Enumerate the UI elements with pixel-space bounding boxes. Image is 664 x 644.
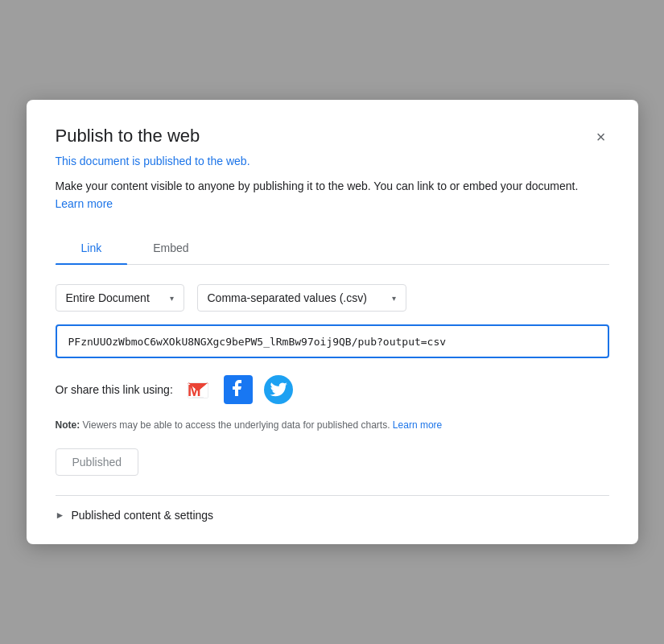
url-input-wrapper [56,324,609,358]
svg-text:M: M [188,382,201,399]
close-button[interactable]: × [593,126,609,148]
description-text: Make your content visible to anyone by p… [56,177,609,213]
description-learn-more[interactable]: Learn more [56,197,113,210]
description-body: Make your content visible to anyone by p… [56,180,579,192]
scope-label: Entire Document [66,291,150,304]
divider [56,495,609,496]
twitter-share-icon[interactable] [263,374,294,405]
publish-dialog: Publish to the web × This document is pu… [27,100,638,545]
share-label: Or share this link using: [56,383,173,396]
expand-section[interactable]: ► Published content & settings [56,509,609,522]
note: Note: Viewers may be able to access the … [56,418,609,432]
dialog-title: Publish to the web [56,126,200,147]
tab-link[interactable]: Link [56,232,128,264]
note-body: Viewers may be able to access the underl… [80,419,390,431]
url-input[interactable] [68,336,596,348]
format-label: Comma-separated values (.csv) [208,291,367,304]
scope-arrow: ▾ [170,294,174,303]
dialog-header: Publish to the web × [56,126,609,148]
expand-arrow-icon: ► [56,510,65,521]
tab-embed[interactable]: Embed [127,232,214,264]
scope-dropdown[interactable]: Entire Document ▾ [56,284,184,312]
tabs-container: Link Embed [56,232,609,265]
status-text: This document is published to the web. [56,155,609,167]
facebook-share-icon[interactable] [223,374,254,405]
expand-label: Published content & settings [71,509,213,522]
published-button[interactable]: Published [56,448,139,476]
note-learn-more[interactable]: Learn more [393,419,442,431]
format-arrow: ▾ [392,294,396,303]
gmail-share-icon[interactable]: M [183,374,213,405]
dropdowns-row: Entire Document ▾ Comma-separated values… [56,284,609,312]
share-row: Or share this link using: M [56,374,609,405]
format-dropdown[interactable]: Comma-separated values (.csv) ▾ [197,284,406,312]
note-label: Note: [56,419,80,431]
